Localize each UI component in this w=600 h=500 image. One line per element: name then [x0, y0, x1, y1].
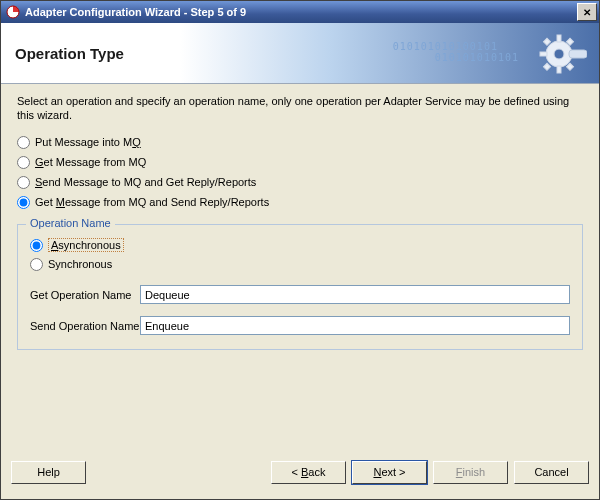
app-icon — [5, 4, 21, 20]
finish-button-label: Finish — [456, 466, 485, 478]
operation-name-legend: Operation Name — [26, 217, 115, 229]
radio-get-mq-input[interactable] — [17, 156, 30, 169]
radio-get-send-reply-label: Get Message from MQ and Send Reply/Repor… — [35, 196, 269, 208]
radio-get-send-reply[interactable]: Get Message from MQ and Send Reply/Repor… — [17, 193, 583, 211]
svg-rect-4 — [557, 35, 561, 42]
close-button[interactable]: ✕ — [577, 3, 597, 21]
send-op-row: Send Operation Name — [30, 316, 570, 335]
radio-put-mq-input[interactable] — [17, 136, 30, 149]
svg-rect-6 — [540, 52, 547, 56]
window-title: Adapter Configuration Wizard - Step 5 of… — [25, 6, 577, 18]
radio-sync-input[interactable] — [30, 258, 43, 271]
radio-async-input[interactable] — [30, 239, 43, 252]
close-icon: ✕ — [583, 7, 591, 18]
back-button[interactable]: < Back — [271, 461, 346, 484]
get-op-row: Get Operation Name — [30, 285, 570, 304]
get-op-input[interactable] — [140, 285, 570, 304]
radio-put-mq[interactable]: Put Message into MQ — [17, 133, 583, 151]
radio-async-label: Asynchronous — [48, 238, 124, 252]
back-button-label: < Back — [292, 466, 326, 478]
titlebar: Adapter Configuration Wizard - Step 5 of… — [1, 1, 599, 23]
radio-send-reply-input[interactable] — [17, 176, 30, 189]
next-button[interactable]: Next > — [352, 461, 427, 484]
radio-get-send-reply-input[interactable] — [17, 196, 30, 209]
description-text: Select an operation and specify an opera… — [17, 94, 583, 122]
gear-icon — [537, 29, 587, 81]
finish-button: Finish — [433, 461, 508, 484]
operation-name-group: Operation Name Asynchronous Synchronous … — [17, 224, 583, 350]
radio-get-mq-label: Get Message from MQ — [35, 156, 146, 168]
banner: Operation Type 010101010100101 010101010… — [1, 23, 599, 84]
page-title: Operation Type — [15, 45, 124, 62]
radio-put-mq-label: Put Message into MQ — [35, 136, 141, 148]
radio-send-reply[interactable]: Send Message to MQ and Get Reply/Reports — [17, 173, 583, 191]
send-op-label: Send Operation Name — [30, 320, 140, 332]
get-op-label: Get Operation Name — [30, 289, 140, 301]
radio-sync-label: Synchronous — [48, 258, 112, 270]
svg-rect-8 — [543, 38, 550, 45]
banner-bits-deco: 010101010100101 010101010101 — [393, 41, 519, 63]
svg-rect-10 — [543, 63, 550, 70]
radio-sync[interactable]: Synchronous — [30, 255, 570, 273]
content-area: Select an operation and specify an opera… — [1, 84, 599, 451]
svg-rect-5 — [557, 66, 561, 73]
radio-get-mq[interactable]: Get Message from MQ — [17, 153, 583, 171]
radio-send-reply-label: Send Message to MQ and Get Reply/Reports — [35, 176, 256, 188]
next-button-label: Next > — [373, 466, 405, 478]
radio-async[interactable]: Asynchronous — [30, 236, 570, 254]
svg-rect-12 — [569, 50, 587, 58]
send-op-input[interactable] — [140, 316, 570, 335]
cancel-button[interactable]: Cancel — [514, 461, 589, 484]
svg-point-3 — [554, 49, 564, 59]
footer: Help < Back Next > Finish Cancel — [1, 451, 599, 499]
wizard-window: Adapter Configuration Wizard - Step 5 of… — [0, 0, 600, 500]
help-button[interactable]: Help — [11, 461, 86, 484]
